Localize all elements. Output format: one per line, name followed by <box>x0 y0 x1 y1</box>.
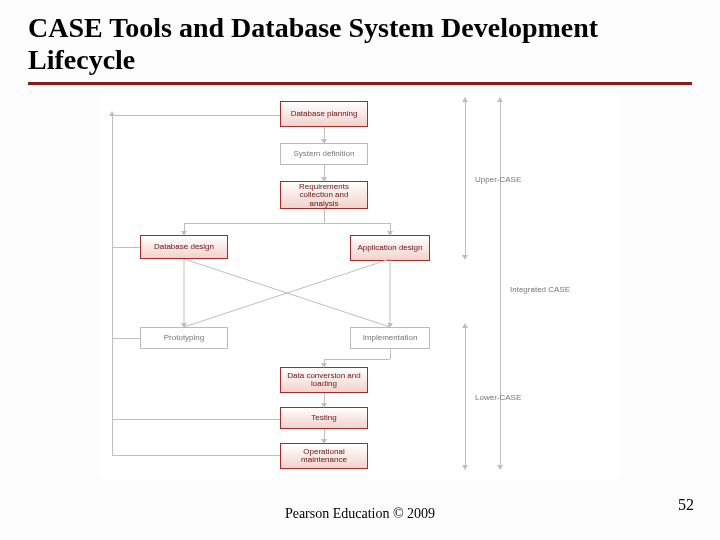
box-operational-maintenance: Operational maintenance <box>280 443 368 469</box>
svg-line-3 <box>184 259 390 327</box>
box-database-design: Database design <box>140 235 228 259</box>
slide-title: CASE Tools and Database System Developme… <box>28 12 692 76</box>
label-lower-case: Lower-CASE <box>475 393 521 402</box>
title-underline <box>28 82 692 85</box>
lifecycle-figure: Database planning System definition Requ… <box>100 95 620 475</box>
slide: CASE Tools and Database System Developme… <box>0 0 720 540</box>
box-requirements: Requirements collection and analysis <box>280 181 368 209</box>
svg-line-2 <box>184 259 390 327</box>
box-application-design: Application design <box>350 235 430 261</box>
page-number: 52 <box>678 496 694 514</box>
footer-copyright: Pearson Education © 2009 <box>0 506 720 522</box>
label-integrated-case: Integrated CASE <box>510 285 570 294</box>
label-upper-case: Upper-CASE <box>475 175 521 184</box>
box-prototyping: Prototyping <box>140 327 228 349</box>
box-implementation: Implementation <box>350 327 430 349</box>
box-data-conversion: Data conversion and loading <box>280 367 368 393</box>
box-testing: Testing <box>280 407 368 429</box>
box-database-planning: Database planning <box>280 101 368 127</box>
box-system-definition: System definition <box>280 143 368 165</box>
